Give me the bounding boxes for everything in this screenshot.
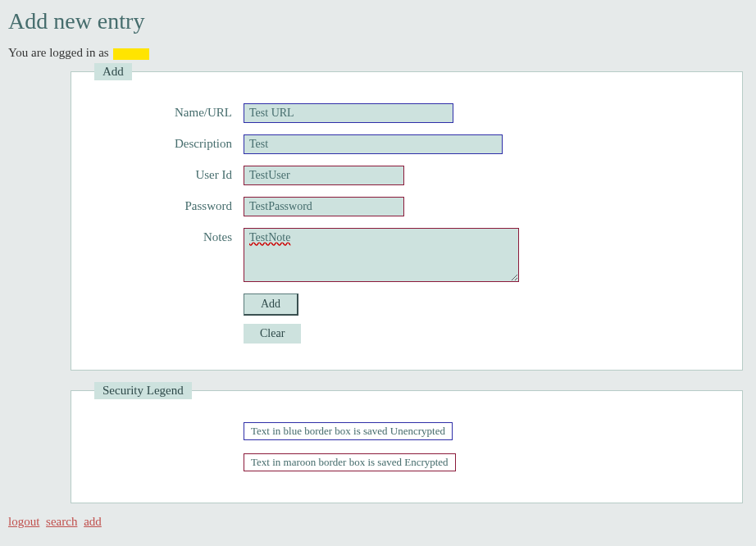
notes-textarea[interactable] [244, 228, 519, 282]
label-notes: Notes [88, 228, 244, 244]
search-link[interactable]: search [46, 515, 77, 528]
footer-links: logout search add [8, 515, 751, 529]
logged-in-text: You are logged in as [8, 46, 751, 60]
add-panel: Add Name/URL Description User Id Passwor… [71, 63, 743, 371]
label-password: Password [88, 197, 244, 213]
username-redacted [113, 48, 149, 60]
legend-encrypted: Text in maroon border box is saved Encry… [244, 453, 456, 471]
clear-button[interactable]: Clear [244, 324, 301, 344]
legend-unencrypted: Text in blue border box is saved Unencry… [244, 422, 453, 440]
password-input[interactable] [244, 197, 404, 216]
name-input[interactable] [244, 103, 453, 123]
add-link[interactable]: add [84, 515, 102, 528]
label-user-id: User Id [88, 166, 244, 182]
security-legend-title: Security Legend [94, 382, 192, 399]
logged-in-prefix: You are logged in as [8, 46, 112, 59]
description-input[interactable] [244, 134, 503, 154]
add-legend: Add [94, 63, 132, 80]
label-name: Name/URL [88, 103, 244, 120]
add-button[interactable]: Add [244, 293, 298, 316]
page-title: Add new entry [8, 8, 751, 34]
security-legend-panel: Security Legend Text in blue border box … [71, 382, 743, 503]
user-id-input[interactable] [244, 166, 404, 185]
logout-link[interactable]: logout [8, 515, 39, 528]
label-description: Description [88, 134, 244, 151]
